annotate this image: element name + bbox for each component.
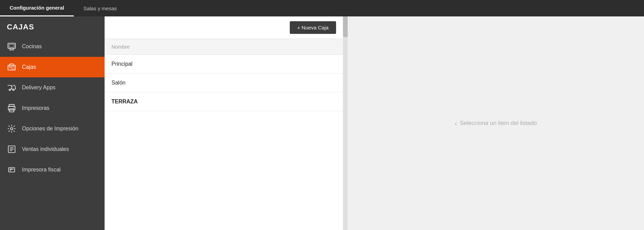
- detail-hint-text: Selecciona un item del listado: [460, 120, 537, 127]
- svg-rect-1: [9, 44, 14, 48]
- list-panel-header: + Nueva Caja: [105, 16, 343, 39]
- nueva-caja-button[interactable]: + Nueva Caja: [290, 21, 336, 34]
- sales-icon: [7, 144, 16, 154]
- chevron-left-icon: ‹: [455, 119, 457, 127]
- scroll-track[interactable]: [343, 16, 348, 230]
- sidebar-label-impresora-fiscal: Impresora fiscal: [22, 167, 61, 173]
- svg-rect-23: [10, 169, 14, 169]
- tab-configuracion-general[interactable]: Configuración general: [0, 0, 74, 16]
- sidebar-item-impresora-fiscal[interactable]: $ Impresora fiscal: [0, 159, 105, 180]
- main-area: CAJAS Cocinas: [0, 16, 644, 230]
- sidebar-label-cajas: Cajas: [22, 64, 36, 70]
- fiscal-printer-icon: $: [7, 165, 16, 175]
- sidebar-item-opciones-impresion[interactable]: Opciones de Impresión: [0, 118, 105, 139]
- list-table: Nombre Principal Salón TERRAZA: [105, 39, 343, 230]
- sidebar-label-opciones-impresion: Opciones de Impresión: [22, 126, 79, 132]
- scroll-thumb[interactable]: [343, 16, 348, 37]
- sidebar-header: CAJAS: [0, 16, 105, 36]
- tab-salas-y-mesas[interactable]: Salas y mesas: [74, 0, 127, 16]
- svg-point-8: [9, 64, 10, 65]
- print-options-icon: [7, 124, 16, 133]
- list-row[interactable]: TERRAZA: [105, 92, 343, 111]
- sidebar-item-impresoras[interactable]: Impresoras: [0, 98, 105, 118]
- list-row[interactable]: Salón: [105, 74, 343, 92]
- sidebar-item-cocinas[interactable]: Cocinas: [0, 36, 105, 57]
- svg-point-9: [9, 89, 10, 90]
- sidebar-label-impresoras: Impresoras: [22, 105, 49, 111]
- delivery-icon: [7, 83, 16, 92]
- sidebar-item-delivery[interactable]: Delivery Apps: [0, 77, 105, 98]
- svg-rect-7: [12, 66, 14, 69]
- sidebar-label-cocinas: Cocinas: [22, 43, 42, 50]
- sidebar: CAJAS Cocinas: [0, 16, 105, 230]
- sidebar-item-cajas[interactable]: Cajas: [0, 57, 105, 77]
- content-area: + Nueva Caja Nombre Principal Salón TERR…: [105, 16, 644, 230]
- list-row[interactable]: Principal: [105, 55, 343, 74]
- svg-rect-14: [10, 109, 14, 112]
- detail-hint: ‹ Selecciona un item del listado: [455, 119, 537, 127]
- svg-point-10: [13, 89, 14, 90]
- sidebar-item-ventas[interactable]: Ventas individuales: [0, 139, 105, 159]
- register-icon: [7, 62, 16, 72]
- printer-icon: [7, 103, 16, 113]
- list-table-header: Nombre: [105, 39, 343, 55]
- detail-panel: ‹ Selecciona un item del listado: [348, 16, 644, 230]
- top-nav: Configuración general Salas y mesas: [0, 0, 644, 16]
- kitchen-icon: [7, 42, 16, 51]
- list-panel: + Nueva Caja Nombre Principal Salón TERR…: [105, 16, 343, 230]
- svg-rect-6: [9, 66, 11, 68]
- sidebar-label-ventas: Ventas individuales: [22, 146, 69, 152]
- svg-point-16: [11, 128, 13, 130]
- svg-point-15: [13, 107, 14, 108]
- sidebar-label-delivery: Delivery Apps: [22, 85, 56, 91]
